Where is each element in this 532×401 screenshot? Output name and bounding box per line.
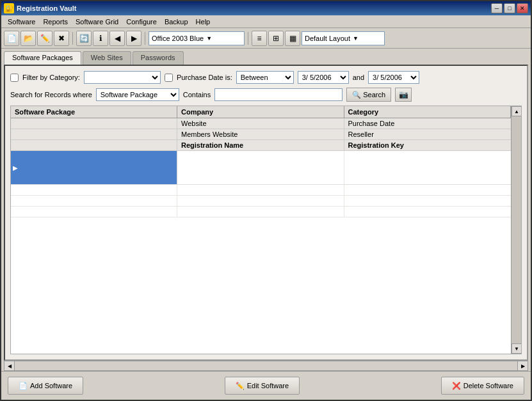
data-grid: Software Package Company Category Websit… xyxy=(10,106,522,354)
subheader-reg-name: Registration Name xyxy=(177,140,344,150)
search-where-label: Search for Records where xyxy=(10,91,92,98)
scrollbar-down-button[interactable]: ▼ xyxy=(512,343,522,354)
empty-cell xyxy=(11,207,177,217)
empty-cell xyxy=(177,196,344,206)
scrollbar-right-button[interactable]: ▶ xyxy=(517,361,528,370)
date2-select[interactable]: 3/ 5/2006 xyxy=(368,71,419,84)
table-row[interactable]: ▶ xyxy=(11,151,511,185)
toolbar-new[interactable]: 📄 xyxy=(4,31,19,46)
menu-bar: Software Reports Software Grid Configure… xyxy=(1,15,531,28)
theme-dropdown[interactable]: Office 2003 Blue ▼ xyxy=(149,31,245,45)
toolbar-open[interactable]: 📂 xyxy=(20,31,36,46)
table-row[interactable] xyxy=(11,196,511,207)
category-select[interactable] xyxy=(84,71,161,84)
col-software-package: Software Package xyxy=(11,106,177,118)
add-software-button[interactable]: 📄 Add Software xyxy=(8,377,83,395)
menu-software-grid[interactable]: Software Grid xyxy=(72,17,122,27)
contains-label: Contains xyxy=(183,91,211,98)
toolbar-sep3 xyxy=(248,32,248,45)
search-button[interactable]: 🔍 Search xyxy=(346,88,391,102)
layout-dropdown[interactable]: Default Layout ▼ xyxy=(302,31,385,45)
subheader-empty-1 xyxy=(11,118,177,129)
empty-cell xyxy=(177,207,344,217)
subheader-empty-3 xyxy=(11,140,177,150)
close-button[interactable]: ✕ xyxy=(517,3,528,13)
col-category: Category xyxy=(344,106,512,118)
subheader-purchase-date: Purchase Date xyxy=(344,118,512,129)
title-bar: 🔐 Registration Vault ─ □ ✕ xyxy=(1,1,531,15)
purchase-date-checkbox[interactable] xyxy=(165,74,173,82)
photo-button[interactable]: 📷 xyxy=(395,88,412,102)
photo-icon: 📷 xyxy=(399,90,408,99)
date1-select[interactable]: 3/ 5/2006 xyxy=(298,71,349,84)
menu-configure[interactable]: Configure xyxy=(122,17,161,27)
tab-content: Filter by Category: Purchase Date is: Be… xyxy=(4,65,528,361)
tab-software-packages[interactable]: Software Packages xyxy=(4,51,81,65)
purchase-date-label: Purchase Date is: xyxy=(177,74,232,81)
content-area: Filter by Category: Purchase Date is: Be… xyxy=(1,65,531,361)
subheader-reg-key: Registration Key xyxy=(344,140,512,150)
tab-passwords[interactable]: Passwords xyxy=(133,51,184,65)
bottom-bar: 📄 Add Software ✏️ Edit Software ❌ Delete… xyxy=(1,371,531,400)
restore-button[interactable]: □ xyxy=(504,3,515,13)
toolbar-edit[interactable]: ✏️ xyxy=(37,31,52,46)
col-company: Company xyxy=(177,106,344,118)
toolbar-sep2 xyxy=(145,32,145,45)
filter-by-category-checkbox[interactable] xyxy=(10,74,19,82)
search-icon: 🔍 xyxy=(352,91,361,99)
toolbar-view1[interactable]: ≡ xyxy=(252,31,267,46)
toolbar-view3[interactable]: ▦ xyxy=(285,31,300,46)
subheader-members-website: Members Website xyxy=(177,129,344,139)
toolbar-refresh[interactable]: 🔄 xyxy=(76,31,92,46)
tab-web-sites[interactable]: Web Sites xyxy=(83,51,131,65)
toolbar-back[interactable]: ◀ xyxy=(109,31,125,46)
between-select[interactable]: Between xyxy=(236,71,294,84)
scrollbar-up-button[interactable]: ▲ xyxy=(512,106,522,116)
menu-software[interactable]: Software xyxy=(4,17,39,27)
scrollbar-left-button[interactable]: ◀ xyxy=(4,361,15,370)
selected-row-left: ▶ xyxy=(11,151,177,184)
menu-reports[interactable]: Reports xyxy=(39,17,72,27)
grid-subheader-1: Website Purchase Date xyxy=(11,118,511,129)
table-row[interactable] xyxy=(11,207,511,217)
empty-cell xyxy=(344,207,512,217)
selected-row-mid xyxy=(177,151,344,184)
scrollbar-track[interactable] xyxy=(512,116,521,343)
empty-cell xyxy=(344,185,512,195)
filter-by-category-label: Filter by Category: xyxy=(22,74,80,81)
subheader-website: Website xyxy=(177,118,344,129)
scrollbar-horizontal: ◀ ▶ xyxy=(4,361,528,371)
minimize-button[interactable]: ─ xyxy=(491,3,503,13)
window-title: Registration Vault xyxy=(17,4,491,12)
empty-cell xyxy=(344,196,512,206)
delete-icon: ❌ xyxy=(452,382,461,390)
edit-icon: ✏️ xyxy=(236,382,245,390)
menu-help[interactable]: Help xyxy=(192,17,214,27)
search-field-select[interactable]: Software Package xyxy=(96,88,179,101)
toolbar-view2[interactable]: ⊞ xyxy=(268,31,284,46)
tabs-bar: Software Packages Web Sites Passwords xyxy=(1,49,531,65)
menu-backup[interactable]: Backup xyxy=(161,17,192,27)
subheader-empty-2 xyxy=(11,129,177,139)
and-label: and xyxy=(353,74,364,81)
row-arrow-icon: ▶ xyxy=(13,164,18,171)
selected-row-right xyxy=(344,151,512,184)
window-controls: ─ □ ✕ xyxy=(491,3,528,13)
toolbar-delete[interactable]: ✖ xyxy=(54,31,69,46)
subheader-reseller: Reseller xyxy=(344,129,512,139)
delete-software-button[interactable]: ❌ Delete Software xyxy=(441,377,524,395)
app-window: 🔐 Registration Vault ─ □ ✕ Software Repo… xyxy=(0,0,532,401)
toolbar-forward[interactable]: ▶ xyxy=(126,31,141,46)
scrollbar-vertical: ▲ ▼ xyxy=(511,106,521,354)
toolbar-sep1 xyxy=(72,32,73,45)
search-input[interactable] xyxy=(214,88,343,101)
add-icon: 📄 xyxy=(19,382,28,390)
filter-row: Filter by Category: Purchase Date is: Be… xyxy=(10,71,522,84)
toolbar-info[interactable]: ℹ xyxy=(93,31,108,46)
empty-cell xyxy=(11,196,177,206)
toolbar: 📄 📂 ✏️ ✖ 🔄 ℹ ◀ ▶ Office 2003 Blue ▼ ≡ ⊞ … xyxy=(1,28,531,49)
grid-main: Software Package Company Category Websit… xyxy=(11,106,511,354)
table-row[interactable] xyxy=(11,185,511,196)
empty-cell xyxy=(11,185,177,195)
edit-software-button[interactable]: ✏️ Edit Software xyxy=(225,377,300,395)
